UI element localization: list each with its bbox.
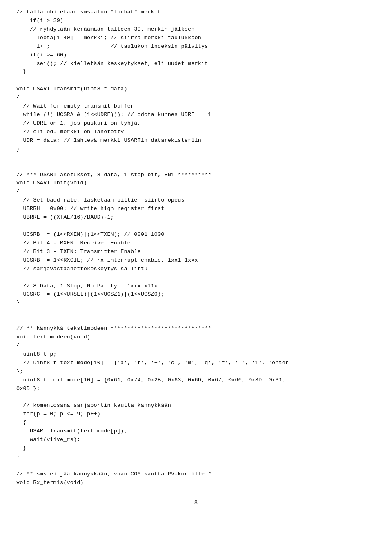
- page-content: // tällä ohitetaan sms-alun "turhat" mer…: [16, 8, 376, 506]
- code-block: // tällä ohitetaan sms-alun "turhat" mer…: [16, 8, 376, 487]
- page-number: 8: [16, 500, 376, 506]
